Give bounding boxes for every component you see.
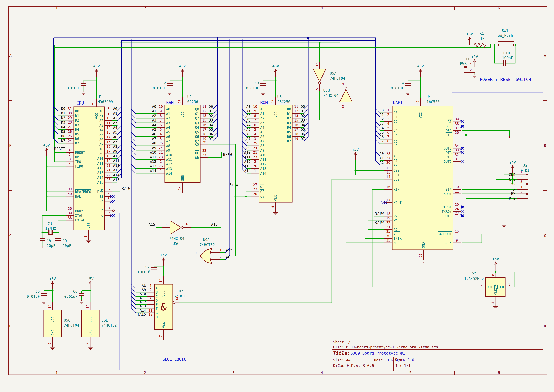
wire[interactable] — [242, 105, 247, 109]
wire[interactable] — [131, 141, 136, 146]
wire[interactable] — [131, 123, 136, 127]
wire[interactable] — [131, 300, 136, 305]
wire[interactable] — [117, 121, 122, 125]
pin-number: 10 — [159, 105, 163, 109]
net-label: A14 — [140, 308, 146, 312]
wire[interactable] — [131, 114, 136, 118]
wire[interactable] — [466, 135, 517, 198]
component-nand-74hct30[interactable]: &1AA82BA93CA104DA115EA126FA1311GA1412H14… — [131, 276, 173, 338]
wire[interactable] — [117, 126, 122, 130]
wire[interactable] — [58, 220, 66, 232]
wire[interactable] — [213, 137, 218, 141]
lbl-rw-uart18[interactable]: R/!W — [375, 212, 384, 216]
wire[interactable] — [117, 145, 122, 149]
pin-number: 4 — [69, 162, 71, 166]
lbl-a15-u5c[interactable]: A15 — [148, 222, 155, 226]
wire[interactable] — [242, 127, 247, 132]
wire[interactable] — [131, 164, 136, 169]
component-osc-1.8432mhz[interactable]: 5OUT1EN8Vcc4GND — [478, 269, 513, 305]
wire[interactable] — [131, 105, 136, 109]
lbl-rw-rom[interactable]: R/!W — [229, 182, 238, 187]
pin-number: 27 — [386, 156, 390, 160]
component-power-74hct04[interactable]: 14VCC7GND — [44, 302, 62, 346]
wire[interactable] — [131, 118, 136, 123]
pin-name: D4 — [394, 129, 397, 133]
x2-val: 1.8432MHz — [464, 277, 484, 281]
wire[interactable] — [213, 105, 218, 109]
wire[interactable] — [131, 304, 136, 309]
wire[interactable] — [131, 292, 136, 296]
pin-number: 2 — [160, 160, 162, 164]
wire[interactable] — [131, 109, 136, 114]
wire[interactable] — [131, 146, 136, 150]
lbl-rw-ram[interactable]: R/!W — [223, 153, 232, 157]
pin-name: DMA/BREQ — [75, 190, 91, 194]
wire[interactable] — [131, 169, 136, 173]
wire[interactable] — [117, 135, 122, 140]
pin-number: 5 — [108, 192, 110, 196]
wire[interactable] — [242, 118, 247, 123]
wire[interactable] — [213, 118, 218, 123]
component-power-74hct32[interactable]: 14VCC7GND — [81, 302, 99, 346]
pin-name: A14 — [97, 176, 103, 180]
wire[interactable] — [246, 192, 251, 196]
pin-number: 10 — [253, 105, 257, 109]
wire[interactable] — [242, 146, 247, 150]
wire[interactable] — [462, 131, 509, 136]
wire[interactable] — [242, 109, 247, 114]
wire[interactable] — [470, 45, 474, 45]
wire[interactable] — [213, 114, 218, 118]
pin-name: SOUT — [443, 192, 452, 196]
wire[interactable] — [213, 123, 218, 127]
wire[interactable] — [131, 150, 136, 155]
wire[interactable] — [213, 127, 218, 132]
wire[interactable] — [462, 234, 482, 243]
wire[interactable] — [242, 114, 247, 118]
wire[interactable] — [117, 130, 122, 135]
lbl-a8-u6a[interactable]: A8 — [226, 255, 230, 259]
wire[interactable] — [213, 109, 218, 114]
wire[interactable] — [131, 132, 136, 137]
junction — [420, 79, 422, 81]
wire[interactable] — [117, 149, 122, 154]
pin-number: 13 — [106, 131, 111, 134]
schematic-canvas[interactable]: 112233445566AABBCCDD31D0D030D1D129D2D228… — [0, 0, 554, 392]
wire[interactable] — [474, 43, 486, 47]
lbl-rw-uart22[interactable]: R/!W — [375, 220, 384, 225]
wire[interactable] — [117, 112, 122, 116]
component-cpu-hd63c09[interactable]: 31D0D030D1D129D2D228D3D327D4D426D5D525D6… — [54, 99, 122, 239]
component-rom-28c256[interactable]: 10A0A09A1A18A2A27A3A36A4A45A5A54A6A63A7A… — [242, 97, 308, 211]
wire[interactable] — [208, 153, 222, 157]
component-ram-62256[interactable]: 10A0A09A1A18A2A27A3A36A4A45A5A54A6A63A7A… — [131, 97, 218, 191]
pin-number: 18 — [386, 212, 390, 216]
component-uart-16c550[interactable]: 1D0D02D1D13D2D24D3D35D4D46D5D57D6D68D7D7… — [376, 98, 461, 259]
wire[interactable] — [131, 296, 136, 301]
wire[interactable] — [117, 116, 122, 121]
wire[interactable] — [131, 127, 136, 132]
lbl-a15-u6a[interactable]: A15 — [226, 248, 233, 252]
wire[interactable] — [131, 288, 136, 292]
lbl-rw-cpu[interactable]: R/!W — [122, 186, 131, 190]
pin-number: 4 — [160, 132, 162, 136]
wire[interactable] — [131, 284, 136, 288]
wire[interactable] — [494, 45, 503, 63]
lbl-na15-u7[interactable]: !A15 — [137, 312, 146, 316]
wire[interactable] — [131, 160, 136, 164]
wire[interactable] — [117, 107, 122, 111]
lbl-nreset[interactable]: !RESET — [52, 147, 65, 151]
wire[interactable] — [47, 156, 66, 211]
wire[interactable] — [213, 132, 218, 137]
lbl-na15[interactable]: !A15 — [209, 222, 218, 226]
pin-name: A — [156, 287, 158, 290]
wire[interactable] — [131, 308, 136, 313]
wire[interactable] — [242, 141, 247, 146]
wire[interactable] — [242, 137, 247, 141]
wire[interactable] — [513, 45, 519, 55]
net-label: A5 — [246, 127, 251, 132]
wire[interactable] — [131, 137, 136, 141]
wire[interactable] — [131, 155, 136, 160]
pin-name: A6 — [260, 135, 264, 139]
wire[interactable] — [242, 123, 247, 127]
wire[interactable] — [242, 132, 247, 137]
wire[interactable] — [117, 140, 122, 144]
